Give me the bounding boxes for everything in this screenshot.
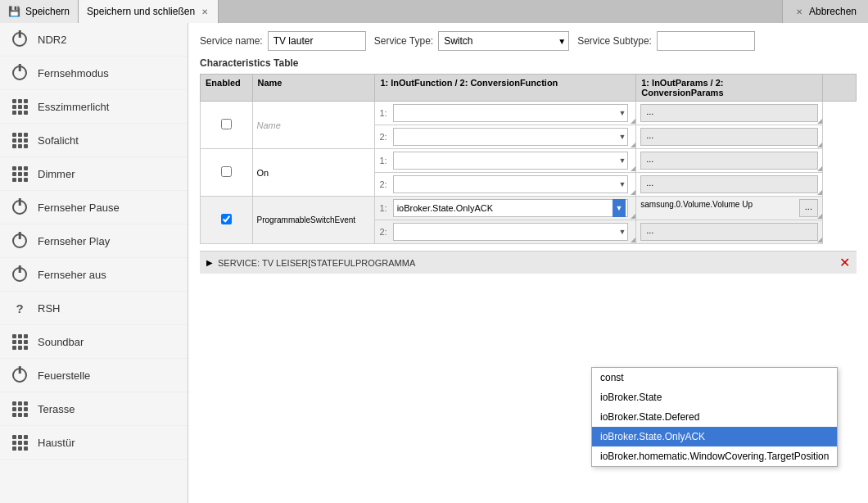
dropdown-option-iobroker-state-onlyack[interactable]: ioBroker.State.OnlyACK [592,427,837,446]
on-enabled-checkbox[interactable] [221,166,232,177]
on-func1-select-wrapper: ▼ [393,152,629,170]
tab-spacer [219,0,782,23]
name-func1-select[interactable] [393,104,629,122]
name-params2-dots[interactable]: ... [640,128,818,146]
name-name-cell: Name [252,102,375,149]
on-func2-select-wrapper: ▼ [393,175,629,193]
service-bar-expand[interactable]: ▶ [206,258,213,267]
prog-params2-dots[interactable]: ... [640,223,818,241]
power-icon [10,197,29,217]
th-function: 1: InOutFunction / 2: ConversionFunction [375,75,636,102]
sidebar-item-soundbar[interactable]: Soundbar [0,325,188,359]
sidebar-item-fernsehmodus[interactable]: Fernsehmodus [0,57,188,90]
name-params1-cell: ... ◢ [636,102,823,125]
tab-abbrechen[interactable]: ✕ Abbrechen [782,0,868,23]
dropdown-option-iobroker-homematic[interactable]: ioBroker.homematic.WindowCovering.Target… [592,446,837,466]
on-params1-cell: ... ◢ [636,149,823,173]
sidebar-item-feuerstelle[interactable]: Feuerstelle [0,359,188,392]
prog-params2-cell: ... ◢ [636,220,823,244]
question-icon: ? [10,298,29,318]
dropdown-option-iobroker-state[interactable]: ioBroker.State [592,387,837,407]
sidebar-item-sofalicht[interactable]: Sofalicht [0,124,188,157]
on-params1-dots[interactable]: ... [640,152,818,170]
prog-row-label: ProgrammableSwitchEvent [257,215,356,224]
sidebar-item-esszimmerlicht-label: Esszimmerlicht [38,101,109,113]
service-type-select[interactable]: Switch [438,31,569,51]
tab-speichern-schliessen-close[interactable]: ✕ [200,7,210,17]
prog-func1-select[interactable]: ioBroker.State.OnlyACK [393,199,629,217]
dropdown-option-const[interactable]: const [592,368,837,387]
sidebar-item-esszimmerlicht[interactable]: Esszimmerlicht [0,90,188,124]
service-name-label: Service name: [200,35,263,47]
tab-abbrechen-close[interactable]: ✕ [794,7,804,17]
sidebar-item-fernseher-play-label: Fernseher Play [38,235,110,247]
resize-handle: ◢ [817,118,822,125]
content-area: Service name: Service Type: Switch ▼ Ser… [188,23,868,503]
name-func1-select-wrapper: ▼ [393,104,629,122]
tab-abbrechen-label: Abbrechen [809,6,857,17]
dots-icon [10,97,29,116]
power-icon [10,63,29,83]
resize-handle: ◢ [817,237,822,243]
prog-name-cell: ProgrammableSwitchEvent [252,197,375,244]
sidebar-item-dimmer[interactable]: Dimmer [0,157,188,191]
sidebar-item-ndr2[interactable]: NDR2 [0,23,188,57]
sidebar-item-terasse[interactable]: Terasse [0,392,188,426]
service-bar-delete[interactable]: ✕ [839,255,850,270]
resize-handle: ◢ [817,165,822,172]
name-enabled-checkbox[interactable] [221,119,232,129]
resize-handle: ◢ [631,118,635,125]
prog-enabled-checkbox[interactable] [221,214,232,224]
sidebar-item-fernseher-play[interactable]: Fernseher Play [0,224,188,258]
th-params: 1: InOutParams / 2: ConversionParams [636,75,823,102]
tab-speichern-schliessen[interactable]: Speichern und schließen ✕ [79,0,219,23]
prog-params1-cell: samsung.0.Volume.Volume Up ... ◢ [636,197,823,220]
on-func2-select[interactable] [393,175,629,193]
prog-func1-select-wrapper: ioBroker.State.OnlyACK ▼ [393,199,629,217]
sidebar-item-fernseher-aus[interactable]: Fernseher aus [0,258,188,292]
on-func1-cell: 1: ▼ ◢ [375,149,636,173]
resize-handle: ◢ [817,142,822,148]
sidebar-item-fernseher-pause[interactable]: Fernseher Pause [0,191,188,224]
on-func1-select[interactable] [393,152,629,170]
service-row: Service name: Service Type: Switch ▼ Ser… [200,31,857,51]
sidebar-item-sofalicht-label: Sofalicht [38,134,79,147]
prog-params1-dots[interactable]: ... [799,199,818,217]
service-bar: ▶ SERVICE: TV LEISER[STATEFULPROGRAMMA ✕ [200,251,857,274]
name-row-label: Name [257,120,281,130]
name-params1-dots[interactable]: ... [640,104,818,122]
prog-func2-select[interactable] [393,223,629,241]
power-icon [10,29,29,49]
prog-func2-select-wrapper: ▼ [393,223,629,241]
dots-icon [10,433,29,452]
service-bar-label: SERVICE: TV LEISER[STATEFULPROGRAMMA [218,258,834,268]
tab-speichern[interactable]: 💾 Speichern [0,0,79,23]
sidebar-item-fernseher-aus-label: Fernseher aus [38,269,106,281]
resize-handle: ◢ [631,213,635,220]
tab-speichern-label: Speichern [25,6,70,17]
sidebar-item-haustuer[interactable]: Haustür [0,426,188,460]
table-row: ProgrammableSwitchEvent 1: ioBroker.Stat… [201,197,857,220]
power-icon [10,231,29,251]
table-wrapper: Enabled Name 1: InOutFunction / 2: Conve… [200,74,857,244]
name-func2-cell: 2: ▼ ◢ [375,125,636,149]
prog-enabled-cell [201,197,253,244]
resize-handle: ◢ [631,165,635,172]
char-table: Enabled Name 1: InOutFunction / 2: Conve… [200,74,857,244]
on-params2-dots[interactable]: ... [640,175,818,193]
save-icon: 💾 [8,6,20,17]
on-func2-cell: 2: ▼ ◢ [375,173,636,197]
sidebar-item-rsh[interactable]: ? RSH [0,292,188,325]
service-name-input[interactable] [268,31,366,51]
name-func2-select[interactable] [393,128,629,146]
sidebar-item-rsh-label: RSH [38,302,60,315]
dots-icon [10,399,29,419]
func-dropdown: const ioBroker.State ioBroker.State.Defe… [591,367,838,467]
service-subtype-input[interactable] [657,31,755,51]
th-action [822,75,856,102]
name-enabled-cell [201,102,253,149]
name-func1-cell: 1: ▼ ◢ [375,102,636,125]
prog-params1-value: samsung.0.Volume.Volume Up [640,200,753,209]
dropdown-option-iobroker-state-defered[interactable]: ioBroker.State.Defered [592,407,837,427]
sidebar-item-ndr2-label: NDR2 [38,34,66,46]
